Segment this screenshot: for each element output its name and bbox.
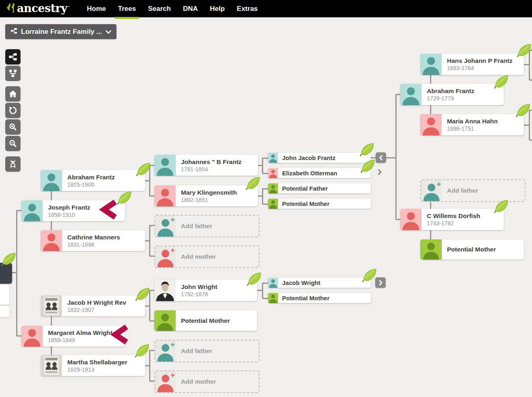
hint-leaf-icon[interactable]	[135, 344, 150, 358]
chevron-down-icon	[106, 28, 111, 35]
person-card-potential-mother[interactable]: Potential Mother	[154, 310, 257, 331]
hint-leaf-icon[interactable]	[361, 159, 376, 173]
brand-wordmark: ancestry	[17, 3, 67, 15]
person-card-c-willems-dorfish[interactable]: C Willems Dorfish1743-1782	[400, 209, 504, 230]
ancestry-logo[interactable]: ancestry •	[6, 2, 70, 15]
person-card-hans-johann-p-frantz[interactable]: Hans Johann P Frantz1683-1764	[420, 54, 524, 75]
tree-connector-line	[51, 345, 52, 355]
potential-person-avatar-icon	[268, 293, 278, 303]
nav-item-trees[interactable]: Trees	[112, 0, 142, 17]
person-card-martha-shellabarger[interactable]: Martha Shellabarger1829-1913	[41, 355, 145, 376]
person-name: C Willems Dorfish	[427, 212, 480, 220]
family-view-button[interactable]	[5, 66, 21, 81]
person-card-abraham-frantz[interactable]: Abraham Frantz1729-1779	[400, 84, 504, 105]
person-info: Potential Mother	[278, 293, 330, 303]
hint-leaf-icon[interactable]	[247, 272, 262, 286]
hint-leaf-icon[interactable]	[494, 200, 509, 214]
hint-leaf-icon[interactable]	[494, 75, 509, 89]
hint-leaf-icon[interactable]	[517, 44, 532, 58]
tree-connector-line	[395, 94, 397, 219]
add-parent-label: Add father	[181, 347, 212, 355]
tree-connector-line	[149, 225, 150, 256]
person-card-potential-mother[interactable]: Potential Mother	[268, 199, 371, 209]
person-info: Add mother	[176, 246, 216, 267]
nav-item-help[interactable]: Help	[204, 0, 231, 17]
tree-connector-line	[262, 173, 268, 174]
add-mother-card[interactable]: +Add mother	[154, 370, 260, 393]
home-person-button[interactable]	[5, 86, 21, 102]
plus-icon: +	[170, 341, 175, 348]
person-card-potential-mother[interactable]: Potential Mother	[268, 293, 371, 303]
reset-view-button[interactable]	[5, 103, 21, 118]
tree-connector-line	[396, 94, 400, 95]
person-card-joseph-frantz[interactable]: Joseph Frantz1858-1910	[21, 200, 125, 221]
person-card-elizabeth-otterman[interactable]: Elizabeth Otterman	[268, 168, 371, 178]
hint-leaf-icon[interactable]	[246, 177, 261, 191]
add-father-card[interactable]: +Add father	[420, 179, 526, 202]
person-info: Potential Mother	[442, 239, 496, 260]
tree-connector-line	[262, 204, 268, 205]
person-card-potential-mother[interactable]: Potential Mother	[420, 239, 524, 260]
add-female-avatar-icon: +	[155, 371, 176, 392]
root-family-card-partial[interactable]	[0, 306, 9, 317]
person-card-jacob-wright[interactable]: Jacob Wright	[268, 278, 371, 288]
tree-canvas[interactable]: Hans Johann P Frantz1683-1764Abraham Fra…	[0, 0, 532, 397]
female-avatar-icon	[420, 114, 442, 135]
zoom-in-button[interactable]	[5, 119, 21, 135]
person-card-cathrine-manners[interactable]: Cathrine Manners1831-1898	[41, 230, 145, 251]
plus-icon: +	[170, 246, 175, 254]
female-avatar-icon	[400, 209, 422, 230]
person-card-johannes-b-frantz[interactable]: Johannes " B Frantz1791-1854	[154, 155, 258, 176]
person-info: Mary Klingensmith1802-1851	[176, 185, 237, 206]
nav-item-search[interactable]: Search	[142, 0, 177, 17]
hint-leaf-icon[interactable]	[360, 143, 375, 157]
person-card-john-wright[interactable]: John Wright1792-1878	[154, 280, 257, 301]
hint-leaf-icon[interactable]	[135, 287, 150, 301]
add-male-avatar-icon: +	[155, 216, 176, 237]
tree-connector-line	[150, 320, 154, 322]
person-lifespan: 1859-1949	[48, 337, 112, 343]
root-family-card-partial[interactable]	[0, 285, 9, 305]
person-name: Mary Klingensmith	[181, 189, 237, 196]
main-nav: HomeTreesSearchDNAHelpExtras	[81, 0, 264, 17]
person-name: Potential Father	[282, 185, 328, 192]
person-card-mary-klingensmith[interactable]: Mary Klingensmith1802-1851	[154, 185, 258, 206]
person-info: Maria Anna Hahn1686-1751	[442, 114, 498, 135]
person-card-jacob-h-wright-rev[interactable]: Jacob H Wright Rev1832-1907	[41, 295, 145, 316]
person-lifespan: 1686-1751	[447, 125, 498, 132]
person-name: Elizabeth Otterman	[282, 170, 337, 177]
trademark-mark: •	[68, 4, 69, 8]
hint-leaf-icon[interactable]	[362, 268, 377, 283]
person-card-potential-father[interactable]: Potential Father	[268, 183, 371, 193]
person-name: Joseph Frantz	[48, 204, 90, 211]
person-lifespan: 1743-1782	[427, 220, 480, 227]
male-avatar-icon	[268, 278, 278, 288]
hint-leaf-icon[interactable]	[117, 191, 132, 205]
tree-connector-line	[262, 158, 268, 159]
tree-selector-dropdown[interactable]: Lorraine Frantz Family ...	[5, 24, 116, 39]
person-card-abraham-frantz[interactable]: Abraham Frantz1825-1900	[41, 170, 145, 191]
zoom-out-button[interactable]	[5, 136, 21, 151]
person-info: Add father	[176, 341, 212, 362]
dna-matches-button[interactable]	[5, 156, 21, 172]
person-card-maria-anna-hahn[interactable]: Maria Anna Hahn1686-1751	[420, 114, 524, 135]
nav-item-dna[interactable]: DNA	[177, 0, 204, 17]
family-icon	[8, 69, 17, 78]
add-father-card[interactable]: +Add father	[154, 215, 260, 237]
nav-item-extras[interactable]: Extras	[231, 0, 264, 17]
add-parent-label: Add father	[447, 187, 478, 194]
add-mother-card[interactable]: +Add mother	[154, 245, 260, 268]
nav-item-home[interactable]: Home	[81, 0, 112, 17]
pedigree-view-button[interactable]	[5, 49, 21, 64]
person-name: John Jacob Frantz	[282, 154, 336, 161]
person-card-margaret-alma-wright[interactable]: Margaret Alma Wright1859-1949	[21, 326, 125, 347]
chevron-right-icon	[376, 169, 383, 175]
person-card-john-jacob-frantz[interactable]: John Jacob Frantz	[268, 153, 371, 163]
collapse-frantz-branch-button[interactable]	[376, 152, 386, 163]
hint-leaf-icon[interactable]	[136, 162, 151, 177]
hint-leaf-icon[interactable]	[2, 252, 17, 266]
potential-person-avatar-icon	[154, 310, 176, 331]
hint-leaf-icon[interactable]	[516, 104, 531, 118]
add-father-card[interactable]: +Add father	[154, 340, 260, 362]
expand-otterman-branch-button[interactable]	[376, 168, 383, 176]
